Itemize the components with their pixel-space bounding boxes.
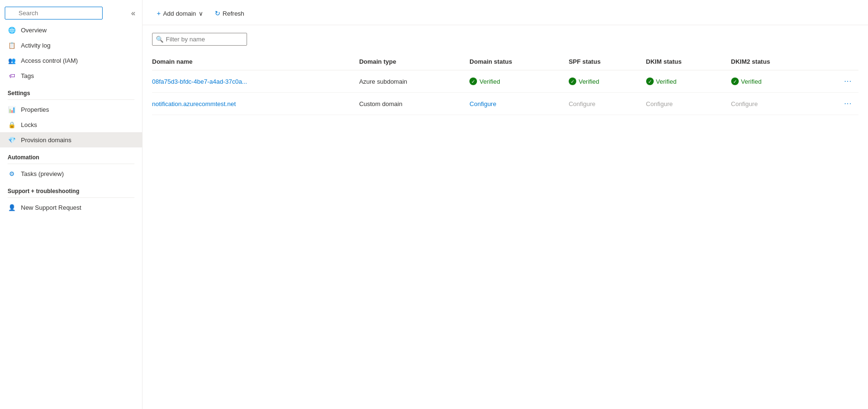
refresh-button[interactable]: ↻ Refresh: [210, 7, 249, 20]
cell-spf-status: ✓Verified: [569, 70, 646, 93]
log-icon: 📋: [8, 41, 16, 49]
verified-icon: ✓: [469, 78, 477, 85]
verified-badge: ✓Verified: [731, 78, 762, 85]
table-row: notification.azurecommtest.netCustom dom…: [152, 93, 858, 115]
verified-badge: ✓Verified: [569, 78, 599, 85]
sidebar-item-new-support-request[interactable]: 👤 New Support Request: [0, 200, 142, 215]
filter-input[interactable]: [152, 33, 247, 46]
col-domain-status: Domain status: [469, 53, 569, 70]
col-spf-status: SPF status: [569, 53, 646, 70]
cell-more-actions: ···: [823, 93, 858, 115]
settings-section-label: Settings: [0, 83, 142, 98]
col-dkim-status: DKIM status: [646, 53, 731, 70]
sidebar-item-label: Locks: [21, 121, 37, 128]
sidebar-item-label: Properties: [21, 106, 49, 113]
more-actions-button[interactable]: ···: [841, 76, 855, 87]
support-divider: [8, 197, 134, 198]
verified-icon: ✓: [731, 78, 739, 85]
provision-icon: 💎: [8, 136, 16, 144]
col-actions: [823, 53, 858, 70]
verified-icon: ✓: [569, 78, 576, 85]
sidebar-item-label: Provision domains: [21, 136, 71, 144]
content-area: 🔍 Domain name Domain type Domain status …: [143, 25, 868, 409]
col-dkim2-status: DKIM2 status: [731, 53, 823, 70]
sidebar: 🔍 « 🌐 Overview 📋 Activity log 👥 Access c…: [0, 0, 143, 409]
sidebar-item-label: Access control (IAM): [21, 57, 78, 64]
tag-icon: 🏷: [8, 71, 16, 80]
verified-icon: ✓: [646, 78, 654, 85]
col-domain-name: Domain name: [152, 53, 359, 70]
tasks-icon: ⚙: [8, 169, 16, 178]
cell-dkim-status: ✓Verified: [646, 70, 731, 93]
globe-icon: 🌐: [8, 26, 16, 34]
properties-icon: 📊: [8, 105, 16, 114]
toolbar: + Add domain ∨ ↻ Refresh: [143, 0, 868, 25]
sidebar-item-properties[interactable]: 📊 Properties: [0, 102, 142, 117]
sidebar-search-row: 🔍 «: [0, 4, 142, 22]
configure-inactive: Configure: [569, 100, 595, 107]
domain-name-link[interactable]: 08fa75d3-bfdc-4be7-a4ad-37c0a...: [152, 78, 247, 85]
cell-domain-name: 08fa75d3-bfdc-4be7-a4ad-37c0a...: [152, 70, 359, 93]
support-section-label: Support + troubleshooting: [0, 181, 142, 196]
domain-name-link[interactable]: notification.azurecommtest.net: [152, 100, 236, 107]
table-row: 08fa75d3-bfdc-4be7-a4ad-37c0a...Azure su…: [152, 70, 858, 93]
cell-domain-name: notification.azurecommtest.net: [152, 93, 359, 115]
search-wrap: 🔍: [5, 7, 127, 19]
cell-dkim2-status: ✓Verified: [731, 70, 823, 93]
search-input[interactable]: [5, 7, 103, 19]
cell-dkim-status: Configure: [646, 93, 731, 115]
plus-icon: +: [157, 10, 161, 17]
verified-badge: ✓Verified: [469, 78, 500, 85]
automation-divider: [8, 164, 134, 164]
support-icon: 👤: [8, 203, 16, 212]
col-domain-type: Domain type: [359, 53, 469, 70]
sidebar-item-overview[interactable]: 🌐 Overview: [0, 22, 142, 38]
sidebar-item-label: Tasks (preview): [21, 170, 64, 177]
configure-link[interactable]: Configure: [469, 100, 496, 107]
cell-domain-type: Azure subdomain: [359, 70, 469, 93]
sidebar-item-tasks[interactable]: ⚙ Tasks (preview): [0, 166, 142, 181]
sidebar-item-provision-domains[interactable]: 💎 Provision domains: [0, 132, 142, 147]
domains-table: Domain name Domain type Domain status SP…: [152, 53, 858, 115]
sidebar-item-label: Activity log: [21, 42, 50, 49]
cell-dkim2-status: Configure: [731, 93, 823, 115]
automation-section-label: Automation: [0, 147, 142, 163]
filter-search-icon: 🔍: [156, 36, 163, 43]
cell-domain-status: Configure: [469, 93, 569, 115]
filter-input-wrap: 🔍: [152, 33, 247, 46]
main-content: + Add domain ∨ ↻ Refresh 🔍 Domain name D…: [143, 0, 868, 409]
verified-badge: ✓Verified: [646, 78, 677, 85]
configure-inactive: Configure: [731, 100, 758, 107]
filter-row: 🔍: [152, 33, 858, 46]
sidebar-item-access-control[interactable]: 👥 Access control (IAM): [0, 53, 142, 68]
add-domain-label: Add domain: [163, 10, 196, 17]
more-actions-button[interactable]: ···: [841, 98, 855, 109]
collapse-button[interactable]: «: [129, 8, 137, 19]
sidebar-item-locks[interactable]: 🔒 Locks: [0, 117, 142, 132]
sidebar-item-label: Tags: [21, 72, 34, 79]
iam-icon: 👥: [8, 56, 16, 65]
sidebar-item-label: New Support Request: [21, 204, 81, 211]
chevron-down-icon: ∨: [199, 10, 203, 17]
cell-domain-status: ✓Verified: [469, 70, 569, 93]
refresh-label: Refresh: [223, 10, 245, 17]
cell-more-actions: ···: [823, 70, 858, 93]
table-header-row: Domain name Domain type Domain status SP…: [152, 53, 858, 70]
configure-inactive: Configure: [646, 100, 673, 107]
lock-icon: 🔒: [8, 120, 16, 129]
sidebar-item-label: Overview: [21, 27, 47, 34]
add-domain-button[interactable]: + Add domain ∨: [152, 7, 208, 20]
sidebar-item-activity-log[interactable]: 📋 Activity log: [0, 38, 142, 53]
cell-domain-type: Custom domain: [359, 93, 469, 115]
cell-spf-status: Configure: [569, 93, 646, 115]
settings-divider: [8, 99, 134, 100]
sidebar-item-tags[interactable]: 🏷 Tags: [0, 68, 142, 83]
refresh-icon: ↻: [215, 10, 220, 17]
